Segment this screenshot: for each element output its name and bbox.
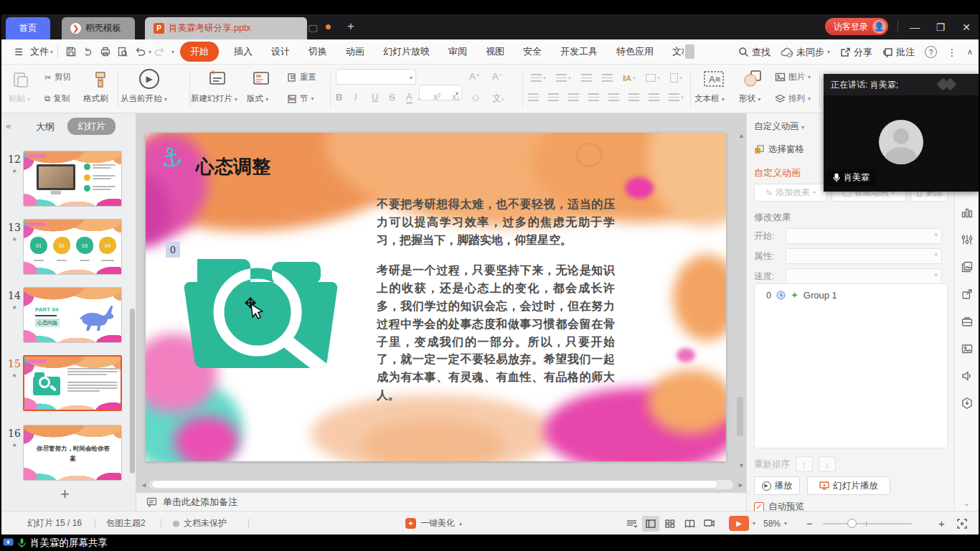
- zoom-in-button[interactable]: +: [938, 512, 945, 534]
- scroll-down-icon[interactable]: ▼: [738, 462, 745, 469]
- menu-item-view[interactable]: 视图: [484, 42, 506, 61]
- menu-item-devtools[interactable]: 开发工具: [559, 42, 599, 61]
- distribute-icon[interactable]: [608, 93, 619, 101]
- columns-icon[interactable]: ▾: [669, 93, 684, 101]
- tab-home[interactable]: 首页: [6, 17, 50, 39]
- align-center-icon[interactable]: [548, 93, 559, 101]
- shape-button[interactable]: 形状 ▾: [739, 93, 760, 104]
- toolbox-tool-icon[interactable]: [956, 310, 978, 332]
- adjust-tool-icon[interactable]: [956, 228, 978, 250]
- restore-button[interactable]: ❐: [928, 14, 953, 39]
- vertical-scrollbar[interactable]: [737, 397, 743, 436]
- numbering-icon[interactable]: ▾: [556, 74, 571, 82]
- move-down-button[interactable]: ↓: [819, 456, 836, 472]
- video-call-overlay[interactable]: 正在讲话: 肖美霖; 肖美霖: [824, 74, 979, 192]
- slide-body-textbox[interactable]: 不要把考研想得太难，也不要轻视，适当的压力可以提高学习效率，过多的焦虑无助于学习…: [377, 196, 615, 418]
- picture-button[interactable]: 图片▾: [775, 72, 811, 83]
- fit-screen-button[interactable]: [957, 512, 967, 534]
- menu-item-review[interactable]: 审阅: [447, 42, 468, 61]
- file-menu[interactable]: 文件: [30, 45, 49, 58]
- arrange-button[interactable]: 排列▾: [775, 93, 811, 104]
- comment-button[interactable]: 批注: [882, 46, 915, 59]
- slide-thumbnail-12[interactable]: [23, 151, 122, 207]
- print-icon[interactable]: [97, 43, 114, 60]
- minimize-button[interactable]: —: [903, 14, 927, 39]
- normal-view-icon[interactable]: [642, 516, 659, 532]
- menu-item-doc[interactable]: 文档: [671, 42, 684, 61]
- share-button[interactable]: 分享: [840, 46, 872, 59]
- export-tool-icon[interactable]: [956, 283, 978, 305]
- decrease-indent-icon[interactable]: [581, 74, 592, 82]
- protection-status[interactable]: ⊗ 文档未保护: [172, 512, 227, 534]
- align-right-icon[interactable]: [568, 93, 579, 101]
- guest-login-button[interactable]: 访客登录 👤: [825, 18, 888, 35]
- beautify-button[interactable]: ✦ 一键美化 ▴: [405, 512, 462, 534]
- play-slideshow-button[interactable]: ▶: [729, 516, 749, 531]
- cut-button[interactable]: ✂剪切: [44, 72, 71, 83]
- sync-button[interactable]: 未同步 ▾: [781, 46, 830, 59]
- slide-thumbnail-14[interactable]: PART 04 心态问题: [23, 287, 122, 343]
- tab-monitor-icon[interactable]: 🖵: [308, 23, 318, 34]
- zoom-slider-track[interactable]: [823, 523, 912, 524]
- new-tab-button[interactable]: +: [347, 19, 354, 34]
- subscript-icon[interactable]: x₂: [452, 92, 460, 102]
- scroll-right-icon[interactable]: ►: [738, 481, 744, 489]
- speed-dropdown[interactable]: [786, 268, 942, 284]
- scroll-left-icon[interactable]: ◄: [141, 481, 147, 489]
- find-button[interactable]: 查找: [738, 46, 771, 59]
- print-preview-icon[interactable]: [114, 43, 131, 60]
- increase-indent-icon[interactable]: [602, 74, 613, 82]
- picture-tool-icon[interactable]: [956, 337, 978, 359]
- zoom-slider-thumb[interactable]: [847, 519, 857, 528]
- font-name-combo[interactable]: ▾: [336, 69, 416, 85]
- menu-overflow-button[interactable]: [685, 44, 694, 59]
- slide-thumbnail-15[interactable]: [23, 355, 122, 411]
- notes-bar[interactable]: 单击此处添加备注: [136, 492, 746, 511]
- text-direction-icon[interactable]: ‖A▾: [623, 74, 636, 83]
- menu-item-special[interactable]: 特色应用: [615, 42, 655, 61]
- album-tool-icon[interactable]: [956, 255, 978, 278]
- play-animation-button[interactable]: ▶ 播放: [754, 476, 800, 495]
- menu-item-insert[interactable]: 插入: [232, 42, 254, 61]
- clear-format-icon[interactable]: ◇: [472, 92, 479, 103]
- speaker-tool-icon[interactable]: [956, 364, 978, 387]
- output-icon[interactable]: [80, 43, 97, 60]
- font-color-caret-icon[interactable]: ▾: [418, 96, 420, 103]
- paste-icon[interactable]: [11, 70, 30, 92]
- animation-list-item[interactable]: 0 ✦ Group 1: [766, 290, 947, 301]
- decrease-font-icon[interactable]: A⁻: [492, 71, 504, 82]
- slide-canvas[interactable]: ⚓ 心态调整 不要把考研想得太难，也不要轻视，适当的压力可以提高学习效率，过多的…: [146, 133, 726, 461]
- panel-title-dropdown[interactable]: 自定义动画 ▾: [754, 121, 804, 133]
- bullets-icon[interactable]: ▾: [531, 74, 546, 82]
- play-caret-icon[interactable]: ▾: [753, 520, 755, 527]
- zoom-out-button[interactable]: −: [806, 512, 813, 534]
- strip-collapse-icon[interactable]: ⌄: [963, 499, 970, 508]
- tab-docer[interactable]: ❯ 稻壳模板: [62, 17, 135, 39]
- strikethrough-icon[interactable]: S: [389, 92, 395, 103]
- bold-icon[interactable]: B: [336, 92, 342, 103]
- selection-pane-button[interactable]: 选择窗格: [754, 143, 804, 156]
- close-button[interactable]: ✕: [954, 14, 979, 39]
- play-from-current-button[interactable]: 从当前开始 ▾: [121, 93, 167, 104]
- slide-sorter-icon[interactable]: [661, 516, 679, 532]
- more-menu-icon[interactable]: ⋮: [947, 47, 957, 58]
- redo-icon[interactable]: [151, 43, 169, 60]
- text-frame-icon[interactable]: ▾: [646, 74, 660, 82]
- menu-item-home[interactable]: 开始: [180, 42, 219, 62]
- increase-font-icon[interactable]: A⁺: [469, 71, 481, 82]
- slide-thumbnail-13[interactable]: 01 02 03 04: [23, 219, 122, 275]
- copy-button[interactable]: ⧉复制: [44, 93, 70, 104]
- quickbar-more-icon[interactable]: ▾: [171, 49, 174, 55]
- save-icon[interactable]: [62, 43, 80, 60]
- slide-thumbnail-16[interactable]: 你尽管努力，时间会给你答案: [23, 425, 122, 481]
- menu-item-transition[interactable]: 切换: [307, 42, 329, 61]
- zoom-level[interactable]: 58% ▾: [763, 512, 787, 534]
- add-effect-button[interactable]: ✎添加效果▾: [754, 184, 827, 202]
- add-slide-button[interactable]: +: [60, 485, 70, 504]
- new-slide-button[interactable]: 新建幻灯片 ▾: [191, 93, 237, 104]
- collapse-sidebar-icon[interactable]: «: [6, 121, 11, 131]
- align-left-icon[interactable]: [528, 93, 539, 101]
- property-dropdown[interactable]: [786, 248, 942, 264]
- underline-icon[interactable]: U: [372, 92, 378, 103]
- record-icon[interactable]: [700, 516, 717, 532]
